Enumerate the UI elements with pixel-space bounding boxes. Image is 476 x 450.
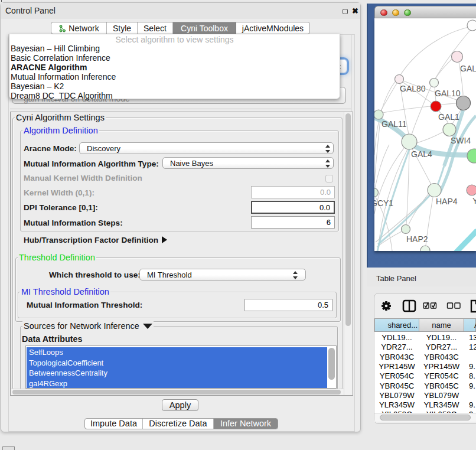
- svg-text:GAL1: GAL1: [438, 112, 459, 122]
- svg-text:GAL4: GAL4: [411, 149, 432, 159]
- svg-text:GAL80: GAL80: [460, 64, 476, 73]
- svg-text:GAL11: GAL11: [382, 119, 407, 129]
- svg-text:GAL80: GAL80: [400, 84, 426, 93]
- svg-text:HAP4: HAP4: [436, 197, 458, 206]
- svg-text:GCY1: GCY1: [374, 198, 393, 208]
- svg-text:SWI4: SWI4: [451, 136, 471, 145]
- svg-text:YB: YB: [472, 196, 476, 206]
- svg-text:GAL10: GAL10: [435, 89, 461, 98]
- svg-text:HAP2: HAP2: [406, 234, 428, 244]
